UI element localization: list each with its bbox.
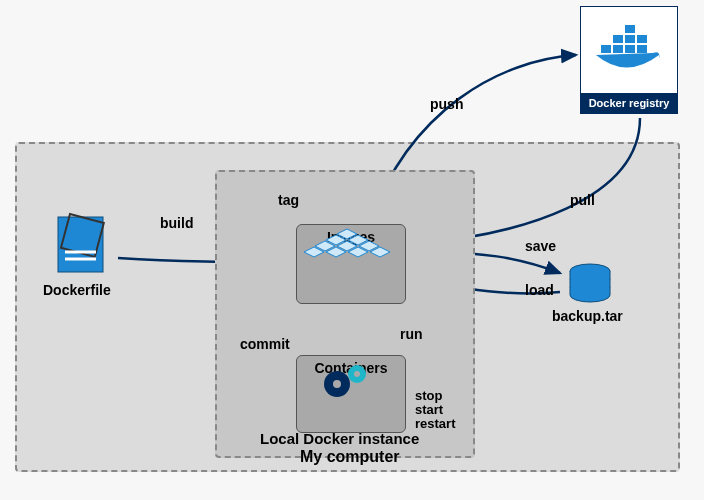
images-label: Images <box>305 229 397 245</box>
svg-marker-18 <box>304 247 324 257</box>
docker-registry-node: Docker registry <box>580 6 678 114</box>
cmd-load: load <box>525 282 554 298</box>
cmd-save: save <box>525 238 556 254</box>
svg-marker-21 <box>370 247 390 257</box>
local-docker-label: Local Docker instance <box>260 430 419 447</box>
svg-rect-7 <box>637 45 647 53</box>
cmd-tag: tag <box>278 192 299 208</box>
svg-point-23 <box>333 380 341 388</box>
svg-rect-11 <box>625 25 635 33</box>
dockerfile-label: Dockerfile <box>43 282 111 298</box>
containers-node: Containers <box>296 355 406 433</box>
cmd-run: run <box>400 326 423 342</box>
my-computer-label: My computer <box>300 448 400 466</box>
images-node: Images <box>296 224 406 304</box>
docker-whale-icon <box>581 7 679 87</box>
svg-rect-5 <box>613 45 623 53</box>
containers-label: Containers <box>305 360 397 376</box>
docker-registry-label: Docker registry <box>581 93 677 113</box>
backup-tar-label: backup.tar <box>552 308 623 324</box>
svg-rect-4 <box>601 45 611 53</box>
cmd-push: push <box>430 96 463 112</box>
cmd-start: start <box>415 402 443 417</box>
svg-rect-8 <box>613 35 623 43</box>
svg-rect-10 <box>637 35 647 43</box>
cmd-restart: restart <box>415 416 455 431</box>
svg-marker-19 <box>326 247 346 257</box>
cmd-commit: commit <box>240 336 290 352</box>
svg-rect-6 <box>625 45 635 53</box>
cmd-build: build <box>160 215 193 231</box>
svg-marker-20 <box>348 247 368 257</box>
cmd-stop: stop <box>415 388 442 403</box>
cmd-pull: pull <box>570 192 595 208</box>
svg-rect-9 <box>625 35 635 43</box>
